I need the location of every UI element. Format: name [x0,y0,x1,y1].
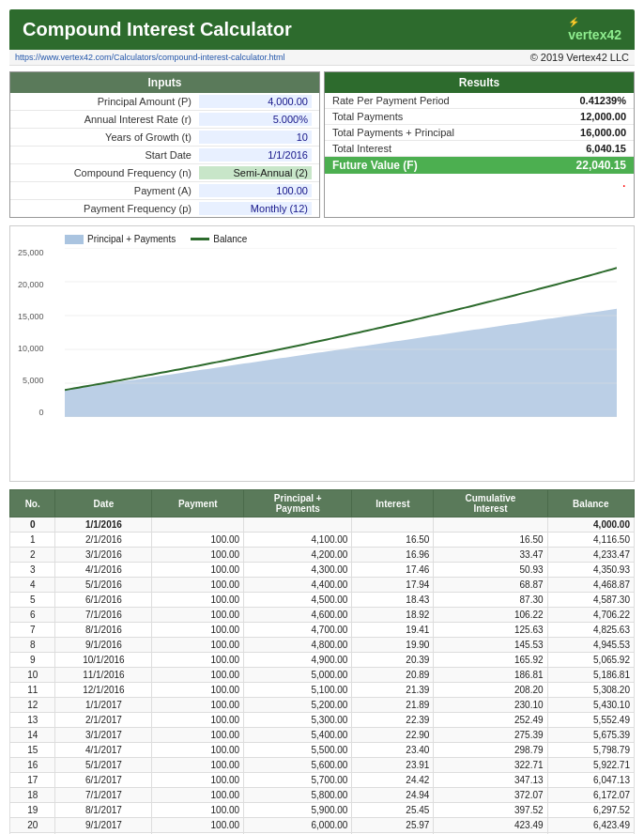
table-cell-9-6: 5,065.92 [547,653,634,668]
input-value-2[interactable]: 10 [199,131,312,144]
table-cell-18-1: 7/1/2017 [55,788,152,803]
table-cell-16-6: 5,922.71 [547,758,634,773]
table-cell-13-0: 13 [10,713,55,728]
table-cell-4-1: 5/1/2016 [55,578,152,593]
table-cell-15-6: 5,798.79 [547,743,634,758]
table-cell-10-5: 186.81 [434,668,547,683]
results-panel: Results Rate Per Payment Period0.41239%T… [324,71,635,218]
input-row-4: Compound Frequency (n)Semi-Annual (2) [10,164,319,182]
table-cell-9-2: 100.00 [152,653,244,668]
table-cell-5-2: 100.00 [152,593,244,608]
table-row: 187/1/2017100.005,800.0024.94372.076,172… [10,788,635,803]
table-cell-19-5: 397.52 [434,803,547,818]
result-value-3: 6,040.15 [542,143,626,154]
table-cell-11-1: 12/1/2016 [55,683,152,698]
table-cell-16-0: 16 [10,758,55,773]
input-label-5: Payment (A) [18,185,199,196]
legend-balance: Balance [191,234,247,244]
table-cell-11-5: 208.20 [434,683,547,698]
table-cell-5-1: 6/1/2016 [55,593,152,608]
legend-principal-label: Principal + Payments [87,234,176,244]
table-cell-0-5 [434,517,547,533]
table-cell-20-3: 6,000.00 [244,818,352,833]
table-row: 34/1/2016100.004,300.0017.4650.934,350.9… [10,563,635,578]
table-cell-6-2: 100.00 [152,608,244,623]
input-value-4[interactable]: Semi-Annual (2) [199,166,312,179]
page-header: Compound Interest Calculator ⚡ vertex42 [9,9,635,50]
subheader: https://www.vertex42.com/Calculators/com… [9,50,635,66]
table-cell-17-1: 6/1/2017 [55,773,152,788]
table-cell-12-5: 230.10 [434,698,547,713]
table-cell-10-6: 5,186.81 [547,668,634,683]
table-cell-6-5: 106.22 [434,608,547,623]
input-value-6[interactable]: Monthly (12) [199,202,312,215]
legend-principal: Principal + Payments [65,234,176,244]
table-row: 198/1/2017100.005,900.0025.45397.526,297… [10,803,635,818]
table-row: 67/1/2016100.004,600.0018.92106.224,706.… [10,608,635,623]
table-cell-3-1: 4/1/2016 [55,563,152,578]
table-cell-17-2: 100.00 [152,773,244,788]
table-row: 132/1/2017100.005,300.0022.39252.495,552… [10,713,635,728]
input-value-3[interactable]: 1/1/2016 [199,148,312,162]
website-link[interactable]: https://www.vertex42.com/Calculators/com… [15,53,285,62]
table-cell-3-3: 4,300.00 [244,563,352,578]
logo-area: ⚡ vertex42 [568,17,621,42]
col-header-1: Date [55,490,152,517]
table-row: 910/1/2016100.004,900.0020.39165.925,065… [10,653,635,668]
input-value-0[interactable]: 4,000.00 [199,95,312,108]
table-cell-6-4: 18.92 [352,608,434,623]
table-cell-3-6: 4,350.93 [547,563,634,578]
input-value-5[interactable]: 100.00 [199,184,312,197]
legend-balance-line [191,238,209,240]
table-cell-18-0: 18 [10,788,55,803]
input-label-3: Start Date [18,149,199,161]
table-cell-15-2: 100.00 [152,743,244,758]
table-cell-15-5: 298.79 [434,743,547,758]
table-cell-2-3: 4,200.00 [244,548,352,563]
chart-legend: Principal + Payments Balance [65,234,626,244]
table-cell-1-3: 4,100.00 [244,533,352,548]
table-cell-6-3: 4,600.00 [244,608,352,623]
table-row: 154/1/2017100.005,500.0023.40298.795,798… [10,743,635,758]
table-cell-20-1: 9/1/2017 [55,818,152,833]
table-cell-20-2: 100.00 [152,818,244,833]
table-cell-20-0: 20 [10,818,55,833]
input-row-0: Principal Amount (P)4,000.00 [10,93,319,111]
brand-name: vertex42 [568,27,621,42]
table-cell-8-0: 8 [10,638,55,653]
input-row-6: Payment Frequency (p)Monthly (12) [10,200,319,217]
result-label-2: Total Payments + Principal [332,127,542,138]
table-area: No.DatePaymentPrincipal + PaymentsIntere… [9,489,635,834]
table-cell-8-1: 9/1/2016 [55,638,152,653]
input-label-1: Annual Interest Rate (r) [18,114,199,125]
col-header-5: Cumulative Interest [434,490,547,517]
col-header-3: Principal + Payments [244,490,352,517]
table-cell-0-1: 1/1/2016 [55,517,152,533]
input-value-1[interactable]: 5.000% [199,113,312,126]
table-cell-0-0: 0 [10,517,55,533]
y-axis-label: 20,000 [18,280,44,289]
table-row: 121/1/2017100.005,200.0021.89230.105,430… [10,698,635,713]
table-cell-5-3: 4,500.00 [244,593,352,608]
table-cell-2-0: 2 [10,548,55,563]
table-cell-6-0: 6 [10,608,55,623]
table-row: 01/1/20164,000.00 [10,517,635,533]
table-row: 143/1/2017100.005,400.0022.90275.395,675… [10,728,635,743]
table-cell-16-5: 322.71 [434,758,547,773]
table-cell-18-6: 6,172.07 [547,788,634,803]
y-axis-label: 0 [39,408,44,417]
input-row-1: Annual Interest Rate (r)5.000% [10,111,319,129]
table-cell-15-0: 15 [10,743,55,758]
table-cell-19-4: 25.45 [352,803,434,818]
table-cell-17-0: 17 [10,773,55,788]
y-axis: 25,00020,00015,00010,0005,0000 [18,248,48,417]
result-row-2: Total Payments + Principal16,000.00 [325,125,634,141]
table-cell-14-4: 22.90 [352,728,434,743]
table-cell-7-1: 8/1/2016 [55,623,152,638]
table-cell-1-1: 2/1/2016 [55,533,152,548]
result-label-3: Total Interest [332,143,542,154]
page-title: Compound Interest Calculator [23,19,292,40]
table-cell-7-2: 100.00 [152,623,244,638]
table-cell-9-1: 10/1/2016 [55,653,152,668]
table-cell-5-0: 5 [10,593,55,608]
